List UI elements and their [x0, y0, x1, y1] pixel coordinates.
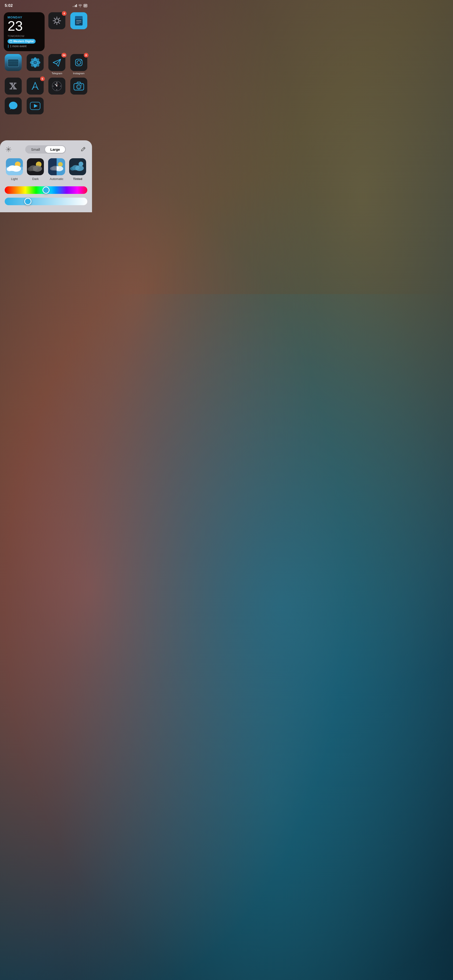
svg-point-54: [56, 86, 57, 87]
app-icon-appstore[interactable]: 6: [26, 78, 45, 95]
svg-point-72: [81, 150, 82, 151]
app-icon-settings[interactable]: 4: [48, 12, 67, 51]
theme-option-dark[interactable]: Dark: [26, 158, 45, 181]
svg-point-95: [75, 165, 84, 171]
calendar-event-name: Western Digital: [13, 40, 34, 43]
app-icon-photos[interactable]: [26, 54, 45, 75]
settings-badge: 4: [62, 11, 67, 16]
svg-point-58: [81, 84, 82, 85]
battery-icon: 37: [83, 4, 87, 7]
svg-point-35: [81, 60, 81, 60]
dropper-icon: [80, 147, 86, 152]
messages-icon-bg: [5, 97, 22, 115]
status-icons: 37: [73, 4, 87, 7]
calendar-more-events: 1 more event: [8, 45, 41, 48]
camera-icon: [73, 82, 84, 91]
saturation-slider[interactable]: [5, 198, 87, 205]
app-icon-clock[interactable]: 12 3 6 9: [48, 78, 67, 95]
svg-point-59: [9, 102, 18, 109]
svg-text:6: 6: [56, 89, 57, 90]
battery-level: 37: [84, 5, 86, 7]
app-icon-x[interactable]: 𝕏: [4, 78, 23, 95]
svg-line-12: [54, 23, 55, 24]
calendar-widget[interactable]: MONDAY 23 TOMORROW Western Digital 1 mor…: [4, 12, 45, 51]
folder-icon: [7, 57, 19, 68]
brightness-icon[interactable]: [5, 146, 12, 153]
svg-line-67: [7, 148, 7, 148]
theme-preview-light: [6, 158, 23, 175]
status-time: 5:02: [5, 3, 13, 8]
sun-icon: [5, 146, 12, 153]
instagram-badge: 8: [84, 53, 88, 57]
app-icon-youtube[interactable]: [26, 97, 45, 115]
appstore-badge: 6: [40, 76, 45, 81]
calendar-event: Western Digital: [8, 39, 41, 44]
large-size-btn[interactable]: Large: [45, 146, 65, 153]
instagram-icon: [73, 57, 84, 68]
svg-line-68: [10, 151, 10, 151]
calendar-date: 23: [8, 19, 41, 33]
app-icon-instagram[interactable]: 8 Instagram: [69, 54, 88, 75]
theme-preview-dark: [27, 158, 44, 175]
photos-icon-bg: [27, 54, 44, 71]
app-icon-folder[interactable]: [4, 54, 23, 75]
theme-label-automatic: Automatic: [50, 177, 64, 181]
app-icon-telegram[interactable]: 34 Telegram: [48, 54, 67, 75]
clock-icon: 12 3 6 9: [51, 80, 63, 92]
x-icon-bg: 𝕏: [5, 78, 22, 95]
theme-label-light: Light: [11, 177, 18, 181]
small-size-btn[interactable]: Small: [26, 146, 45, 153]
telegram-icon: [52, 57, 62, 68]
messages-icon: [8, 100, 19, 111]
theme-options: Light Dark: [5, 158, 87, 181]
svg-point-78: [11, 165, 21, 172]
svg-point-62: [7, 148, 10, 151]
calendar-tomorrow-label: TOMORROW: [8, 35, 41, 38]
notes-icon: [74, 16, 83, 26]
theme-preview-automatic: [48, 158, 65, 175]
wifi-icon: [78, 4, 82, 7]
svg-line-9: [54, 18, 55, 19]
svg-line-11: [59, 18, 60, 19]
svg-point-87: [58, 162, 63, 167]
appstore-icon: [30, 81, 40, 91]
svg-text:3: 3: [60, 85, 61, 87]
youtube-icon-bg: [27, 97, 44, 115]
signal-icon: [73, 4, 77, 7]
svg-point-56: [77, 85, 81, 89]
app-icon-camera[interactable]: [69, 78, 88, 95]
gear-icon: [51, 15, 62, 26]
theme-preview-tinted: [69, 158, 86, 175]
svg-rect-91: [48, 158, 57, 175]
calendar-event-badge: Western Digital: [8, 39, 36, 44]
svg-point-57: [78, 86, 80, 88]
hue-slider[interactable]: [5, 186, 87, 194]
svg-point-34: [77, 60, 81, 64]
svg-marker-61: [34, 104, 38, 108]
size-toggle[interactable]: Small Large: [25, 145, 66, 154]
color-dropper-btn[interactable]: [79, 145, 87, 154]
app-icon-notes[interactable]: [69, 12, 88, 51]
svg-line-69: [10, 148, 10, 148]
hue-slider-thumb[interactable]: [43, 186, 49, 194]
bottom-panel: Small Large: [0, 140, 92, 212]
theme-option-automatic[interactable]: Automatic: [47, 158, 66, 181]
size-brightness-row: Small Large: [5, 145, 87, 154]
svg-point-83: [33, 165, 42, 172]
clock-icon-bg: 12 3 6 9: [48, 78, 65, 95]
app-icon-messages[interactable]: [4, 97, 23, 115]
theme-label-dark: Dark: [32, 177, 39, 181]
theme-label-tinted: Tinted: [73, 177, 82, 181]
svg-line-10: [59, 23, 60, 24]
theme-option-light[interactable]: Light: [5, 158, 24, 181]
svg-point-79: [6, 167, 12, 171]
photos-flower-icon: [29, 57, 41, 68]
theme-option-tinted[interactable]: Tinted: [68, 158, 88, 181]
svg-rect-14: [75, 16, 83, 19]
saturation-slider-thumb[interactable]: [24, 198, 31, 205]
telegram-label: Telegram: [52, 72, 62, 75]
svg-text:9: 9: [53, 85, 54, 87]
notes-icon-bg: [70, 12, 87, 29]
svg-point-4: [55, 19, 59, 23]
calendar-icon: [10, 40, 12, 43]
